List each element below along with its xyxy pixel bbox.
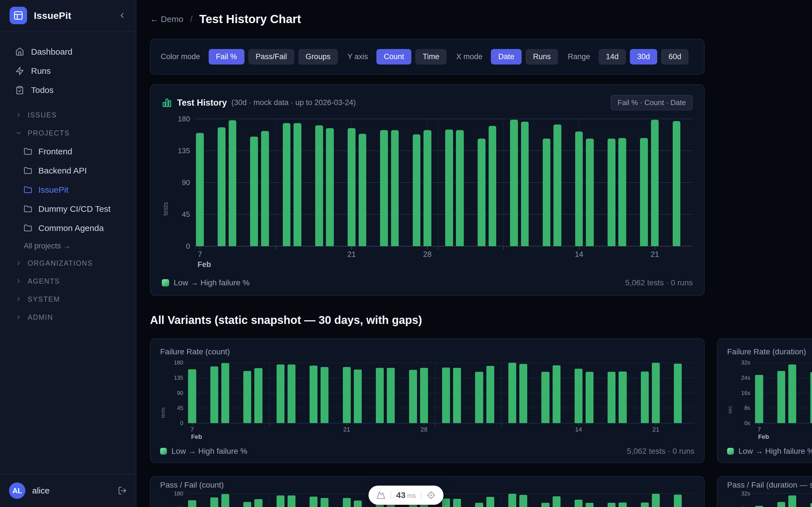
breadcrumb-back-link[interactable]: ← Demo: [150, 14, 183, 24]
bar: [310, 365, 317, 423]
locate-target-icon[interactable]: [426, 491, 436, 500]
x-tick-mark: [269, 423, 270, 425]
latency-overlay-pill[interactable]: 43 ms: [368, 486, 444, 505]
bar: [651, 120, 659, 246]
sidebar-item-frontend[interactable]: Frontend: [7, 142, 129, 161]
y-tick-label: 45: [177, 405, 183, 411]
sidebar-item-runs[interactable]: Runs: [7, 61, 129, 80]
chart-title: Pass / Fail (duration — split by ratio): [727, 481, 812, 490]
chart-stats: 5,062 tests · 0 runs: [627, 447, 695, 456]
toolbar-group-color-mode: Color modeFail %Pass/FailGroups: [161, 49, 338, 64]
x-tick-mark: [759, 423, 760, 425]
sidebar-section-admin[interactable]: ADMIN: [7, 308, 129, 326]
project-label: Backend API: [38, 166, 87, 175]
test-history-chart-card-slot: Test History(30d · mock data · up to 202…: [150, 84, 812, 296]
chip-groups[interactable]: Groups: [298, 49, 338, 64]
gridline: [187, 393, 695, 393]
chip-date[interactable]: Date: [491, 49, 522, 64]
bar: [777, 371, 785, 423]
sidebar-section-issues[interactable]: ISSUES: [7, 106, 129, 124]
avatar: AL: [9, 483, 26, 499]
y-tick-label: 0s: [744, 420, 750, 427]
bar: [652, 494, 660, 507]
toolbar-group-label: Y axis: [347, 52, 368, 61]
y-tick-label: 45: [182, 210, 190, 219]
y-tick-label: 0: [186, 242, 190, 251]
bar: [586, 138, 594, 246]
sidebar-nav: DashboardRunsTodosISSUESPROJECTSFrontend…: [0, 32, 136, 326]
x-tick-label: 7: [190, 426, 194, 433]
bar: [486, 366, 494, 423]
x-tick-mark: [347, 423, 347, 425]
sidebar-item-issuepit[interactable]: IssuePit: [7, 180, 129, 200]
sidebar-item-label: Dashboard: [31, 47, 72, 57]
mountains-icon[interactable]: [376, 491, 386, 500]
chip-runs[interactable]: Runs: [525, 49, 558, 64]
variants-section-heading: All Variants (static snapshot — 30 days,…: [150, 314, 812, 327]
chip-pass-fail[interactable]: Pass/Fail: [248, 49, 294, 64]
bar: [608, 372, 615, 423]
bar: [519, 495, 527, 507]
bar: [320, 498, 328, 507]
bar: [413, 134, 421, 246]
bar: [543, 138, 551, 246]
toolbar-group-label: X mode: [456, 52, 483, 61]
clipboard-check-icon: [15, 86, 24, 95]
app-logo: [10, 7, 27, 24]
chevron-right-icon: [15, 314, 22, 321]
bar: [508, 363, 516, 423]
logout-button[interactable]: [118, 486, 127, 495]
bar: [641, 372, 649, 423]
bar: [788, 496, 796, 507]
y-axis-label: sec: [727, 406, 733, 414]
project-label: IssuePit: [38, 185, 68, 194]
sidebar-header: IssuePit: [0, 0, 136, 32]
folder-icon: [24, 147, 32, 156]
x-tick-label: 21: [652, 426, 659, 433]
y-tick-label: 32s: [741, 359, 750, 366]
failure-rate-duration-card: Failure Rate (duration)sec0s8s16s24s32s7…: [717, 338, 812, 463]
chevron-down-icon: [15, 129, 22, 136]
all-projects-link[interactable]: All projects →: [7, 238, 129, 254]
sidebar-item-common-agenda[interactable]: Common Agenda: [7, 219, 129, 238]
sidebar-section-organizations[interactable]: ORGANIZATIONS: [7, 254, 129, 272]
chip-14d[interactable]: 14d: [599, 49, 626, 64]
y-tick-label: 24s: [741, 505, 750, 507]
sidebar-collapse-button[interactable]: [118, 11, 126, 20]
sidebar-item-backend-api[interactable]: Backend API: [7, 161, 129, 180]
chip-60d[interactable]: 60d: [661, 49, 689, 64]
chip-count[interactable]: Count: [376, 49, 411, 64]
x-tick-label: 28: [423, 250, 432, 259]
bar: [354, 501, 362, 507]
bar: [376, 368, 384, 423]
month-label: Feb: [191, 433, 202, 441]
bar: [788, 364, 796, 423]
x-tick-mark: [503, 246, 504, 249]
folder-icon: [24, 224, 32, 232]
x-axis: 721281421: [754, 423, 812, 433]
x-axis-month-row: Feb: [187, 433, 695, 441]
y-tick-label: 0: [180, 420, 183, 427]
user-name: alice: [32, 486, 50, 496]
sidebar-item-dashboard[interactable]: Dashboard: [7, 42, 129, 61]
legend-label: Low → High failure %: [174, 278, 250, 287]
sidebar-section-system[interactable]: SYSTEM: [7, 290, 129, 308]
bar: [489, 126, 497, 246]
sidebar-section-agents[interactable]: AGENTS: [7, 272, 129, 290]
x-tick-mark: [424, 423, 424, 425]
gridline: [195, 119, 693, 119]
sidebar-item-todos[interactable]: Todos: [7, 80, 129, 100]
bar: [420, 368, 428, 423]
x-axis: 721281421: [187, 423, 695, 433]
sidebar-item-dummy-ci-cd-test[interactable]: Dummy CI/CD Test: [7, 200, 129, 219]
sidebar-user-row: AL alice: [0, 474, 136, 507]
toolbar-group-label: Color mode: [161, 52, 200, 61]
chart-card-header: Test History(30d · mock data · up to 202…: [162, 95, 693, 110]
chip-30d[interactable]: 30d: [630, 49, 657, 64]
month-label: Feb: [758, 433, 769, 441]
chip-fail[interactable]: Fail %: [209, 49, 245, 64]
sidebar-section-label: ORGANIZATIONS: [28, 259, 93, 267]
bar: [541, 372, 549, 423]
sidebar-section-projects[interactable]: PROJECTS: [7, 124, 129, 142]
chip-time[interactable]: Time: [415, 49, 447, 64]
